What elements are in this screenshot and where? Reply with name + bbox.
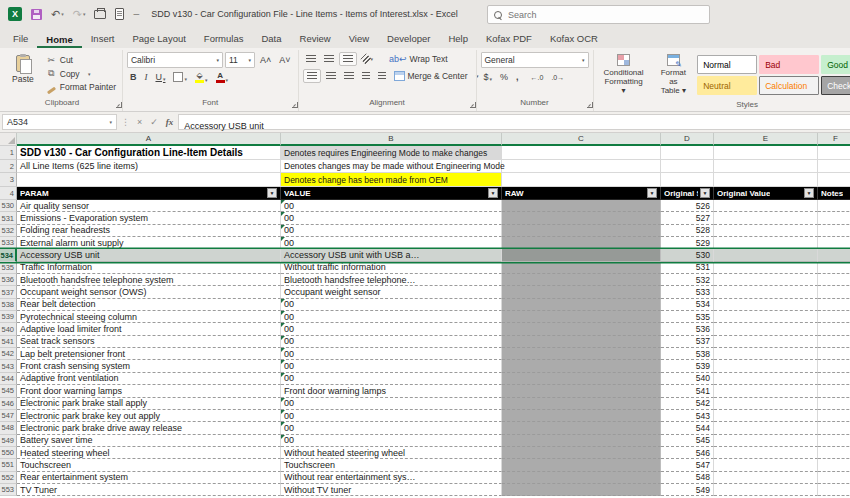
row-header-3[interactable]: 3 [0, 173, 17, 187]
cell-raw-550[interactable] [502, 447, 661, 459]
cell-param-550[interactable]: Heated steering wheel [17, 447, 281, 459]
cell-param-531[interactable]: Emissions - Evaporation system [17, 212, 281, 224]
bold-button[interactable]: B [127, 71, 140, 83]
table-header-raw[interactable]: RAW▼ [502, 187, 661, 200]
cancel-entry-icon[interactable]: × [134, 117, 145, 127]
cell-param-549[interactable]: Battery saver time [17, 435, 281, 447]
format-as-table-button[interactable]: Format asTable ▾ [654, 52, 694, 99]
cell-origsc-534[interactable]: 530 [661, 249, 714, 261]
cell-value-553[interactable]: Without TV tuner [281, 484, 502, 496]
cell-param-539[interactable]: Pyrotechnical steeing column [17, 311, 281, 323]
cell-origvalue-541[interactable] [714, 336, 818, 348]
cell-param-552[interactable]: Rear entertainment system [17, 472, 281, 484]
cell-style-bad[interactable]: Bad [759, 55, 819, 74]
print-preview-icon[interactable] [115, 8, 124, 20]
cell-notes-553[interactable] [818, 484, 850, 496]
cell-value-542[interactable]: 00 [281, 348, 502, 360]
align-bottom-button[interactable] [339, 52, 357, 66]
fill-color-button[interactable]: ⬙▾ [192, 71, 211, 84]
cell-raw-531[interactable] [502, 212, 661, 224]
cell-origsc-548[interactable]: 544 [661, 422, 714, 434]
tab-page-layout[interactable]: Page Layout [123, 30, 194, 48]
row-header-535[interactable]: 535 [0, 262, 17, 274]
cell-origvalue-551[interactable] [714, 459, 818, 471]
row-header-4[interactable]: 4 [0, 187, 17, 200]
font-family-select[interactable]: Calibri▾ [127, 52, 223, 68]
cell-origsc-543[interactable]: 539 [661, 360, 714, 372]
cell-origvalue-553[interactable] [714, 484, 818, 496]
cell-raw-544[interactable] [502, 373, 661, 385]
cell-raw-548[interactable] [502, 422, 661, 434]
wrap-text-button[interactable]: ab↩Wrap Text [386, 53, 451, 65]
insert-function-icon[interactable]: fx [163, 117, 177, 127]
cell-origvalue-544[interactable] [714, 373, 818, 385]
cell-notes-537[interactable] [818, 286, 850, 298]
cell-value-536[interactable]: Bluetooth handsfree telephone… [281, 274, 502, 286]
tab-insert[interactable]: Insert [82, 30, 124, 48]
cell-raw-539[interactable] [502, 311, 661, 323]
column-header-c[interactable]: C [502, 133, 661, 146]
row-header-544[interactable]: 544 [0, 373, 17, 385]
cell-param-546[interactable]: Electronic park brake stall apply [17, 398, 281, 410]
cell-value-540[interactable]: 00 [281, 323, 502, 335]
cell-origvalue-537[interactable] [714, 286, 818, 298]
table-header-notes[interactable]: Notes [818, 187, 850, 200]
cell-value-541[interactable]: 00 [281, 336, 502, 348]
cell-origvalue-530[interactable] [714, 200, 818, 212]
row-header-548[interactable]: 548 [0, 422, 17, 434]
cell-param-532[interactable]: Folding rear headrests [17, 225, 281, 237]
cell-notes-540[interactable] [818, 323, 850, 335]
cell-param-551[interactable]: Touchscreen [17, 459, 281, 471]
tab-home[interactable]: Home [37, 31, 81, 49]
cell-value-537[interactable]: Occupant weight sensor [281, 286, 502, 298]
cell-f1[interactable] [818, 146, 850, 160]
save-icon[interactable] [31, 9, 42, 20]
cell-raw-549[interactable] [502, 435, 661, 447]
cell-b1[interactable]: Denotes requires Engineering Mode to mak… [281, 146, 502, 160]
cell-param-537[interactable]: Occupant weight sensor (OWS) [17, 286, 281, 298]
row-header-547[interactable]: 547 [0, 410, 17, 422]
row-header-533[interactable]: 533 [0, 237, 17, 249]
cell-style-good[interactable]: Good [821, 55, 850, 74]
cell-origvalue-540[interactable] [714, 323, 818, 335]
cell-value-531[interactable]: 00 [281, 212, 502, 224]
filter-dropdown-icon[interactable]: ▼ [647, 188, 657, 198]
cell-param-534[interactable]: Accessory USB unit [17, 249, 281, 261]
row-header-550[interactable]: 550 [0, 447, 17, 459]
cell-value-548[interactable]: 00 [281, 422, 502, 434]
column-header-b[interactable]: B [281, 133, 502, 146]
cell-origvalue-531[interactable] [714, 212, 818, 224]
cell-raw-547[interactable] [502, 410, 661, 422]
cell-value-546[interactable]: 00 [281, 398, 502, 410]
filter-dropdown-icon[interactable]: ▼ [804, 188, 814, 198]
cell-raw-537[interactable] [502, 286, 661, 298]
redo-icon[interactable]: ↷▾ [73, 9, 86, 20]
number-format-select[interactable]: General▾ [481, 52, 589, 68]
cell-value-544[interactable]: 00 [281, 373, 502, 385]
cell-value-533[interactable]: 00 [281, 237, 502, 249]
print-icon[interactable] [94, 10, 106, 19]
column-header-e[interactable]: E [714, 133, 818, 146]
cell-e2[interactable] [714, 160, 818, 173]
tab-review[interactable]: Review [291, 30, 340, 48]
tab-kofax-ocr[interactable]: Kofax OCR [541, 30, 607, 48]
cell-param-545[interactable]: Front door warning lamps [17, 385, 281, 397]
row-header-534[interactable]: 534 [0, 249, 17, 261]
row-header-545[interactable]: 545 [0, 385, 17, 397]
cell-origvalue-546[interactable] [714, 398, 818, 410]
row-header-2[interactable]: 2 [0, 160, 17, 173]
cell-raw-545[interactable] [502, 385, 661, 397]
cell-b3[interactable]: Denotes change has been made from OEM [281, 173, 502, 187]
cell-notes-545[interactable] [818, 385, 850, 397]
cell-raw-530[interactable] [502, 200, 661, 212]
cell-value-530[interactable]: 00 [281, 200, 502, 212]
orientation-button[interactable]: ▾ [359, 53, 377, 65]
cell-value-535[interactable]: Without traffic information [281, 262, 502, 274]
cell-origvalue-542[interactable] [714, 348, 818, 360]
cell-origsc-545[interactable]: 541 [661, 385, 714, 397]
row-header-531[interactable]: 531 [0, 212, 17, 224]
cell-value-549[interactable]: 00 [281, 435, 502, 447]
row-header-541[interactable]: 541 [0, 336, 17, 348]
table-header-original-value[interactable]: Original Value▼ [714, 187, 818, 200]
increase-indent-button[interactable] [375, 70, 389, 82]
